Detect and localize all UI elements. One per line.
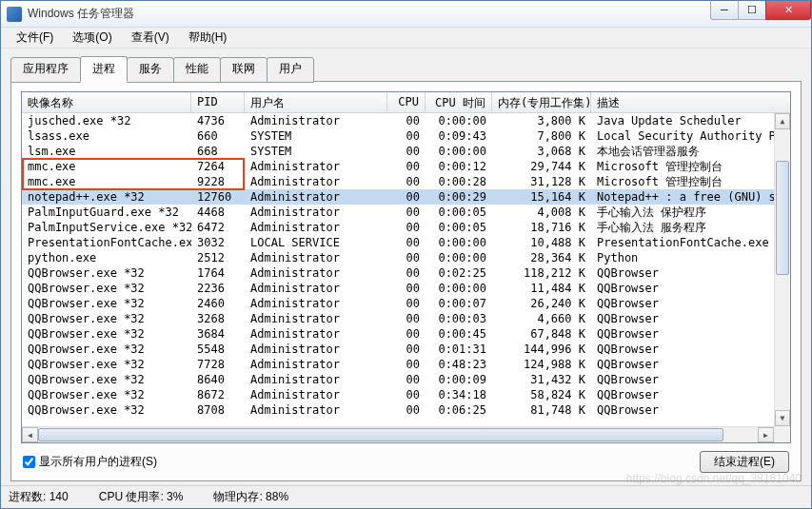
cell: 本地会话管理器服务 [591, 144, 790, 159]
cell: QQBrowser.exe *32 [22, 342, 191, 357]
scroll-right-button[interactable]: ▶ [758, 427, 774, 442]
cell: Administrator [245, 205, 387, 220]
scroll-down-button[interactable]: ▼ [775, 410, 790, 426]
scroll-left-button[interactable]: ◀ [22, 427, 38, 442]
tab-services[interactable]: 服务 [127, 57, 174, 83]
tab-processes[interactable]: 进程 [80, 56, 128, 82]
table-row[interactable]: QQBrowser.exe *323268Administrator000:00… [22, 311, 790, 326]
cell: 手心输入法 服务程序 [591, 220, 790, 235]
menu-view[interactable]: 查看(V) [124, 28, 177, 48]
table-row[interactable]: PalmInputService.exe *326472Administrato… [22, 220, 790, 235]
cell: 8640 [191, 372, 245, 387]
menu-options[interactable]: 选项(O) [65, 28, 119, 48]
cell: 0:06:25 [426, 402, 492, 418]
table-row[interactable]: mmc.exe9228Administrator000:00:2831,128 … [22, 174, 790, 189]
tab-performance[interactable]: 性能 [173, 57, 221, 83]
status-process-count: 进程数: 140 [9, 489, 69, 505]
cell: Administrator [245, 220, 387, 235]
cell: 0:48:23 [426, 357, 492, 372]
cell: QQBrowser [591, 296, 790, 311]
col-cpu-time[interactable]: CPU 时间 [426, 92, 492, 112]
cell: lsass.exe [22, 128, 191, 144]
cell: 00 [387, 357, 426, 372]
table-row[interactable]: jusched.exe *324736Administrator000:00:0… [22, 113, 790, 128]
close-button[interactable]: ✕ [765, 1, 811, 20]
status-cpu-usage: CPU 使用率: 3% [99, 489, 184, 505]
table-row[interactable]: PalmInputGuard.exe *324468Administrator0… [22, 205, 790, 220]
cell: 00 [387, 159, 426, 174]
menu-file[interactable]: 文件(F) [9, 28, 61, 48]
tab-users[interactable]: 用户 [267, 57, 314, 83]
cell: PalmInputGuard.exe *32 [22, 205, 191, 220]
cell: 4468 [191, 205, 245, 220]
maximize-button[interactable]: ☐ [738, 1, 766, 20]
col-image-name[interactable]: 映像名称 [22, 92, 191, 112]
cell: 2236 [191, 281, 245, 296]
cell: QQBrowser.exe *32 [22, 387, 191, 402]
table-row[interactable]: QQBrowser.exe *322236Administrator000:00… [22, 281, 790, 296]
minimize-button[interactable]: ─ [710, 1, 739, 20]
show-all-users-input[interactable] [23, 456, 35, 468]
cell: 00 [387, 189, 426, 205]
tab-applications[interactable]: 应用程序 [10, 57, 81, 83]
col-description[interactable]: 描述 [591, 92, 790, 112]
table-row[interactable]: QQBrowser.exe *327728Administrator000:48… [22, 357, 790, 372]
table-row[interactable]: python.exe2512Administrator000:00:0028,3… [22, 250, 790, 265]
cell: Administrator [245, 296, 387, 311]
cell: 00 [387, 311, 426, 326]
cell: 1764 [191, 265, 245, 281]
table-row[interactable]: mmc.exe7264Administrator000:00:1229,744 … [22, 159, 790, 174]
col-memory[interactable]: 内存(专用工作集) [492, 92, 591, 112]
scroll-thumb-vertical[interactable] [776, 161, 789, 275]
cell: Administrator [245, 387, 387, 402]
table-row[interactable]: QQBrowser.exe *328640Administrator000:00… [22, 372, 790, 387]
cell: QQBrowser.exe *32 [22, 357, 191, 372]
scroll-thumb-horizontal[interactable] [38, 428, 723, 441]
table-row[interactable]: QQBrowser.exe *325548Administrator000:01… [22, 342, 790, 357]
table-row[interactable]: PresentationFontCache.exe3032LOCAL SERVI… [22, 235, 790, 250]
cell: Administrator [245, 174, 387, 189]
table-row[interactable]: QQBrowser.exe *328708Administrator000:06… [22, 402, 790, 418]
cell: Administrator [245, 159, 387, 174]
cell: 58,824 K [492, 387, 591, 402]
col-user[interactable]: 用户名 [245, 92, 387, 112]
horizontal-scrollbar[interactable]: ◀ ▶ [22, 426, 774, 442]
table-header: 映像名称 PID 用户名 CPU CPU 时间 内存(专用工作集) 描述 [22, 92, 790, 113]
panel-footer: 显示所有用户的进程(S) 结束进程(E) [21, 443, 791, 473]
col-cpu[interactable]: CPU [387, 92, 426, 112]
table-row[interactable]: QQBrowser.exe *322460Administrator000:00… [22, 296, 790, 311]
tab-networking[interactable]: 联网 [220, 57, 267, 83]
window-controls: ─ ☐ ✕ [711, 1, 811, 20]
end-process-button[interactable]: 结束进程(E) [700, 451, 789, 473]
cell: 7264 [191, 159, 245, 174]
cell: 4,660 K [492, 311, 591, 326]
cell: 00 [387, 281, 426, 296]
table-row[interactable]: lsm.exe668SYSTEM000:00:003,068 K本地会话管理器服… [22, 144, 790, 159]
cell: Administrator [245, 357, 387, 372]
cell: lsm.exe [22, 144, 191, 159]
cell: Administrator [245, 311, 387, 326]
scroll-up-button[interactable]: ▲ [775, 113, 790, 129]
table-row[interactable]: QQBrowser.exe *328672Administrator000:34… [22, 387, 790, 402]
cell: 0:01:31 [426, 342, 492, 357]
cell: Administrator [245, 265, 387, 281]
menu-help[interactable]: 帮助(H) [181, 28, 235, 48]
table-row[interactable]: QQBrowser.exe *323684Administrator000:00… [22, 326, 790, 342]
show-all-users-checkbox[interactable]: 显示所有用户的进程(S) [23, 454, 157, 470]
titlebar[interactable]: Windows 任务管理器 ─ ☐ ✕ [1, 1, 811, 28]
col-pid[interactable]: PID [191, 92, 245, 112]
table-body[interactable]: jusched.exe *324736Administrator000:00:0… [22, 113, 790, 426]
cell: 0:00:00 [426, 235, 492, 250]
cell: QQBrowser [591, 326, 790, 342]
table-row[interactable]: notepad++.exe *3212760Administrator000:0… [22, 189, 790, 205]
cell: 0:02:25 [426, 265, 492, 281]
taskmgr-window: Windows 任务管理器 ─ ☐ ✕ 文件(F) 选项(O) 查看(V) 帮助… [0, 0, 812, 509]
table-row[interactable]: QQBrowser.exe *321764Administrator000:02… [22, 265, 790, 281]
table-row[interactable]: lsass.exe660SYSTEM000:09:437,800 KLocal … [22, 128, 790, 144]
vertical-scrollbar[interactable]: ▲ ▼ [774, 113, 790, 426]
cell: 2512 [191, 250, 245, 265]
cell: Java Update Scheduler [591, 113, 790, 128]
scroll-track-horizontal[interactable] [38, 427, 758, 442]
cell: 660 [191, 128, 245, 144]
menubar: 文件(F) 选项(O) 查看(V) 帮助(H) [1, 28, 811, 49]
